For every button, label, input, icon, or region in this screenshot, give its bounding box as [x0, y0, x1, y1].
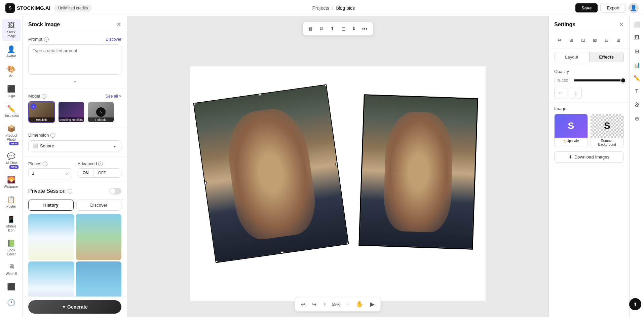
handle-top-middle[interactable]: [258, 93, 262, 96]
redo-button[interactable]: ↪: [311, 300, 318, 309]
prompt-info-icon[interactable]: i: [44, 37, 49, 42]
pieces-section: Pieces i 1 ⌄ Advanced i ON OFF: [23, 156, 127, 183]
settings-panel: Settings ✕ ⇔ ⊞ ⊡ ⊠ ⊟ ⊞ Layout Effects Op…: [548, 16, 629, 317]
see-all-link[interactable]: See all >: [106, 94, 121, 99]
brand-logo[interactable]: S STOCKIMG.AI: [5, 3, 50, 13]
advanced-on-button[interactable]: ON: [78, 169, 93, 177]
pan-tool-button[interactable]: ✋: [354, 299, 365, 309]
gallery-item-2[interactable]: [76, 214, 122, 260]
sidebar-item-product-photo[interactable]: 📦 Product Photo: [2, 122, 21, 144]
right-sidebar-image-button[interactable]: 🖼: [632, 32, 642, 43]
sidebar-item-poster[interactable]: 📋 Poster: [2, 193, 21, 211]
handle-middle-left[interactable]: [203, 181, 207, 185]
sidebar-item-apps[interactable]: ⬛: [2, 280, 21, 294]
undo-button[interactable]: ↩: [300, 300, 307, 309]
model-card-realistic[interactable]: ✓ Realistic: [28, 101, 55, 123]
pieces-info-icon[interactable]: i: [43, 162, 47, 166]
settings-tab-space[interactable]: ⊟: [602, 35, 612, 45]
sidebar-item-illustration[interactable]: ✏️ Illustration: [2, 102, 21, 120]
right-sidebar-shapes-button[interactable]: ⬜: [632, 19, 642, 30]
copy-tool-button[interactable]: ⧉: [317, 24, 327, 33]
handle-bottom-middle[interactable]: [280, 251, 284, 255]
canvas-image-rotated[interactable]: ↻: [193, 84, 349, 263]
download-images-button[interactable]: ⬇ Download Images: [554, 151, 624, 163]
prompt-input[interactable]: [28, 44, 121, 75]
expand-prompt-button[interactable]: ⌄: [28, 77, 121, 84]
sidebar-item-logo[interactable]: ⬛ Logo: [2, 82, 21, 101]
right-sidebar-text-button[interactable]: T: [632, 86, 642, 97]
settings-tab-effects[interactable]: Effects: [589, 52, 624, 62]
rotate-handle[interactable]: ↻: [256, 84, 262, 91]
layer-up-tool-button[interactable]: ⬆: [328, 24, 337, 33]
flip-vertical-button[interactable]: ↕: [570, 87, 582, 99]
gallery-item-1[interactable]: [28, 214, 74, 260]
sidebar-item-wallpaper[interactable]: 🌄 Wallpaper: [2, 173, 21, 191]
user-avatar[interactable]: 👤: [629, 3, 639, 13]
download-tool-button[interactable]: ⬇: [349, 24, 359, 33]
right-sidebar-pen-button[interactable]: ✏️: [632, 73, 642, 83]
zoom-out-button[interactable]: −: [345, 300, 350, 309]
breadcrumb-projects[interactable]: Projects: [312, 5, 329, 11]
save-button[interactable]: Save: [575, 3, 598, 12]
model-card-label-stocking-realistic: Stocking Realistic: [59, 117, 84, 122]
handle-top-left[interactable]: [193, 102, 196, 105]
handle-bottom-left[interactable]: [214, 260, 218, 263]
private-session-info-icon[interactable]: i: [68, 189, 72, 193]
settings-tab-more2[interactable]: ⊞: [613, 35, 624, 45]
handle-bottom-right[interactable]: [346, 242, 349, 245]
cursor-tool-button[interactable]: ▶: [369, 299, 376, 309]
opacity-slider[interactable]: [574, 79, 624, 81]
opacity-percent-sign: %: [557, 78, 561, 82]
handle-top-right[interactable]: [324, 84, 328, 87]
export-button[interactable]: Export: [600, 3, 626, 13]
tab-discover[interactable]: Discover: [76, 200, 122, 211]
sidebar-item-web-ui[interactable]: 🖥 Web UI: [2, 260, 21, 279]
opacity-value: 100: [562, 78, 568, 82]
sidebar-item-stock-image[interactable]: 🖼 Stock Image: [2, 19, 21, 41]
settings-tab-position[interactable]: ⊡: [578, 35, 588, 45]
tab-history[interactable]: History: [28, 200, 74, 211]
handle-middle-right[interactable]: [335, 163, 339, 166]
eraser-tool-button[interactable]: ◻: [339, 24, 348, 33]
discover-link[interactable]: Discover: [106, 37, 121, 42]
dimension-info-icon[interactable]: i: [50, 133, 55, 138]
sidebar-item-label-wallpaper: Wallpaper: [4, 185, 19, 189]
right-sidebar-table-button[interactable]: ⊞: [632, 46, 642, 57]
opacity-slider-thumb[interactable]: [620, 78, 626, 83]
dimension-select[interactable]: ⬜ Square ⌄: [28, 140, 121, 151]
settings-tab-size[interactable]: ⊠: [590, 35, 600, 45]
model-card-polaroid[interactable]: › Polaroid: [87, 101, 114, 123]
model-info-icon[interactable]: i: [42, 94, 46, 99]
remove-background-option[interactable]: S Remove Background: [591, 114, 624, 148]
delete-tool-button[interactable]: 🗑: [306, 24, 316, 33]
upscale-option[interactable]: S ✦ Upscale: [554, 114, 588, 148]
right-sidebar-chart-button[interactable]: 📊: [632, 59, 642, 70]
flip-horizontal-button[interactable]: ↔: [554, 87, 566, 99]
sidebar-item-art[interactable]: 🎨 Art: [2, 62, 21, 81]
model-card-stocking-realistic[interactable]: Stocking Realistic: [58, 101, 85, 123]
canvas-image-straight[interactable]: [358, 94, 478, 250]
zoom-in-button[interactable]: +: [322, 300, 328, 309]
right-sidebar-scroll-up-button[interactable]: ⬆: [629, 298, 641, 310]
sidebar-item-product-photo-wrapper: 📦 Product Photo NEW: [2, 122, 21, 148]
settings-tab-align[interactable]: ⇔: [554, 35, 565, 45]
sidebar-item-label-book-cover: Book Cover: [4, 248, 19, 256]
right-sidebar-effects-button[interactable]: ⊕: [632, 113, 642, 124]
more-tool-button[interactable]: •••: [360, 24, 370, 33]
sidebar-item-ai-chat-wrapper: 💬 AI Chat NEW: [2, 149, 21, 172]
advanced-off-button[interactable]: OFF: [93, 169, 111, 177]
settings-panel-close-button[interactable]: ✕: [619, 21, 624, 28]
pieces-select[interactable]: 1 ⌄: [28, 168, 72, 178]
sidebar-item-book-cover[interactable]: 📗 Book Cover: [2, 237, 21, 259]
advanced-info-icon[interactable]: i: [98, 162, 103, 166]
settings-tab-layout[interactable]: Layout: [554, 52, 589, 62]
generate-button[interactable]: ✦ Generate: [28, 300, 121, 314]
panel-close-button[interactable]: ✕: [116, 21, 121, 28]
sidebar-item-avatar[interactable]: 👤 Avatar: [2, 42, 21, 61]
settings-tab-layout2[interactable]: ⊞: [566, 35, 576, 45]
download-icon: ⬇: [569, 154, 572, 160]
sidebar-item-history[interactable]: 🕐: [2, 296, 21, 310]
sidebar-item-mobile-icon[interactable]: 📱 Mobile Icon: [2, 213, 21, 235]
right-sidebar-link-button[interactable]: ⛓: [632, 100, 642, 110]
private-session-toggle[interactable]: [109, 188, 121, 195]
